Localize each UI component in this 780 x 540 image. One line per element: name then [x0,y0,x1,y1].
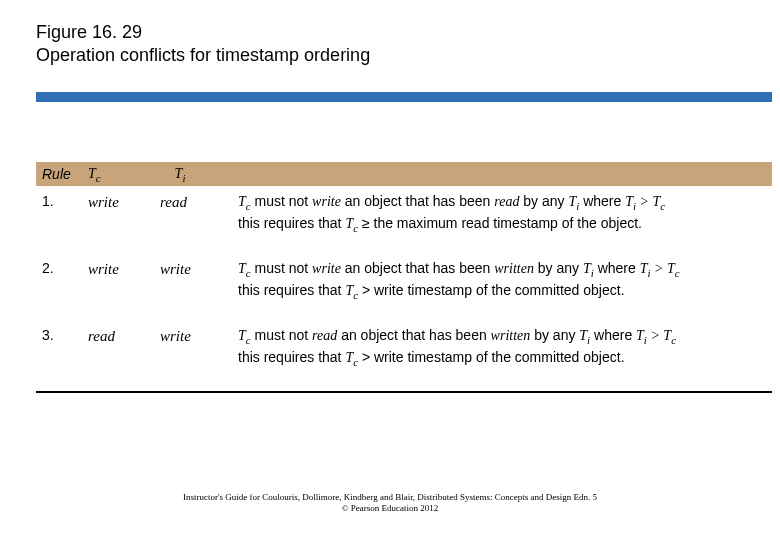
rule-description: Tc must not read an object that has been… [210,326,772,369]
conflict-table: Rule Tc Ti 1. write read Tc must not wri… [36,162,772,393]
rule-number: 1. [36,192,88,211]
table-row: 2. write write Tc must not write an obje… [36,253,772,320]
rule-description: Tc must not write an object that has bee… [210,192,772,235]
table-bottom-rule [36,391,772,393]
ti-op: write [150,259,210,279]
horizontal-rule [36,92,772,102]
footer-line-2: © Pearson Education 2012 [0,503,780,514]
header-tc: Tc [88,166,101,181]
figure-number: Figure 16. 29 [36,22,744,43]
ti-op: write [150,326,210,346]
header-rule: Rule [42,166,71,182]
footer-line-1: Instructor's Guide for Coulouris, Dollim… [0,492,780,503]
rule-number: 3. [36,326,88,345]
header-ti: Ti [175,166,186,181]
tc-op: write [88,259,150,279]
footer-credit: Instructor's Guide for Coulouris, Dollim… [0,492,780,515]
table-body: 1. write read Tc must not write an objec… [36,186,772,387]
rule-number: 2. [36,259,88,278]
slide-page: Figure 16. 29 Operation conflicts for ti… [0,0,780,540]
figure-title: Operation conflicts for timestamp orderi… [36,45,744,66]
tc-op: read [88,326,150,346]
table-row: 3. read write Tc must not read an object… [36,320,772,387]
tc-op: write [88,192,150,212]
table-row: 1. write read Tc must not write an objec… [36,186,772,253]
ti-op: read [150,192,210,212]
rule-description: Tc must not write an object that has bee… [210,259,772,302]
table-header: Rule Tc Ti [36,162,772,186]
